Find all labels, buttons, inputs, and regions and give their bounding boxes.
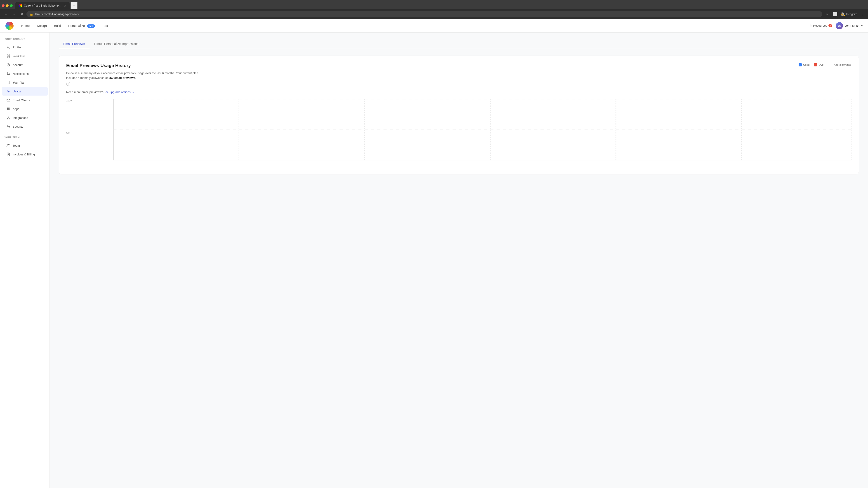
tab-favicon bbox=[19, 4, 22, 7]
new-tab-btn[interactable]: + bbox=[70, 2, 78, 9]
nav-test[interactable]: Test bbox=[99, 22, 111, 29]
sidebar-item-usage[interactable]: Usage bbox=[2, 87, 48, 96]
sidebar-team-label: YOUR TEAM bbox=[0, 136, 50, 141]
sidebar-label-email-clients: Email Clients bbox=[13, 98, 30, 102]
resources-badge: 1 bbox=[829, 24, 832, 27]
billing-icon bbox=[6, 152, 10, 156]
sidebar-account-label: YOUR ACCOUNT bbox=[0, 38, 50, 43]
svg-rect-1 bbox=[7, 55, 8, 56]
legend-used: Used bbox=[799, 63, 809, 66]
lock-icon: 🔒 bbox=[30, 12, 33, 16]
app-nav: Home Design Build Personalize New Test bbox=[18, 22, 810, 29]
sidebar-label-notifications: Notifications bbox=[13, 72, 29, 75]
svg-point-12 bbox=[9, 109, 10, 109]
reload-btn[interactable]: ✕ bbox=[19, 11, 25, 17]
info-icon: ℹ bbox=[810, 24, 812, 28]
sidebar-label-billing: Invoices & Billing bbox=[13, 153, 35, 156]
chart-legend: Used Over ··· Your allowance bbox=[799, 63, 851, 67]
tab-litmus-personalize[interactable]: Litmus Personalize impressions bbox=[90, 40, 143, 48]
nav-personalize[interactable]: Personalize New bbox=[65, 22, 98, 29]
personalize-new-badge: New bbox=[87, 24, 95, 28]
close-tab-btn[interactable]: ✕ bbox=[64, 4, 66, 7]
upgrade-link[interactable]: See upgrade options → bbox=[103, 90, 134, 94]
browser-menu-btn[interactable]: ⋮ bbox=[859, 11, 865, 17]
forward-btn[interactable]: → bbox=[11, 11, 17, 17]
legend-over: Over bbox=[814, 63, 825, 66]
svg-rect-3 bbox=[7, 56, 8, 57]
user-area[interactable]: JS John Smith ▾ bbox=[836, 22, 863, 29]
content-tabs: Email Previews Litmus Personalize impres… bbox=[59, 40, 859, 48]
chart-area: 1000 500 bbox=[66, 99, 851, 167]
svg-point-13 bbox=[7, 109, 8, 110]
svg-rect-6 bbox=[7, 81, 10, 84]
sidebar-label-your-plan: Your Plan bbox=[13, 81, 25, 84]
tab-bar: Current Plan: Basic Subscripti... ✕ + bbox=[0, 0, 868, 9]
close-window-btn[interactable] bbox=[2, 4, 4, 7]
usage-chart bbox=[66, 99, 851, 167]
sidebar-item-your-plan[interactable]: Your Plan bbox=[2, 78, 48, 87]
active-tab[interactable]: Current Plan: Basic Subscripti... ✕ bbox=[16, 2, 70, 9]
help-icon[interactable]: ? bbox=[66, 82, 70, 86]
sidebar-item-account[interactable]: Account bbox=[2, 61, 48, 69]
nav-home[interactable]: Home bbox=[18, 22, 33, 29]
app-logo bbox=[5, 22, 13, 30]
address-bar-url: litmus.com/billing/usage/previews bbox=[35, 12, 819, 16]
svg-point-7 bbox=[7, 108, 8, 108]
upgrade-prompt: Need more email previews? See upgrade op… bbox=[66, 90, 851, 94]
window-controls bbox=[2, 4, 13, 7]
nav-build[interactable]: Build bbox=[51, 22, 64, 29]
chart-y-label-500: 500 bbox=[66, 132, 70, 134]
legend-over-label: Over bbox=[818, 63, 825, 66]
extensions-btn[interactable]: ⬜ bbox=[832, 11, 839, 17]
svg-point-11 bbox=[8, 109, 9, 109]
legend-dot-over bbox=[814, 63, 817, 66]
usage-icon bbox=[6, 89, 10, 93]
page-layout: YOUR ACCOUNT Profile Workflow bbox=[0, 33, 868, 488]
notifications-icon bbox=[6, 72, 10, 76]
main-content: Email Previews Litmus Personalize impres… bbox=[50, 33, 868, 488]
sidebar-label-profile: Profile bbox=[13, 46, 21, 49]
sidebar-item-email-clients[interactable]: Email Clients bbox=[2, 96, 48, 104]
card-allowance-bold: 250 email previews bbox=[108, 76, 135, 79]
sidebar-label-team: Team bbox=[13, 144, 20, 147]
sidebar-item-integrations[interactable]: Integrations bbox=[2, 113, 48, 122]
sidebar-your-account: YOUR ACCOUNT Profile Workflow bbox=[0, 38, 50, 131]
sidebar: YOUR ACCOUNT Profile Workflow bbox=[0, 33, 50, 488]
nav-design[interactable]: Design bbox=[34, 22, 50, 29]
sidebar-item-workflow[interactable]: Workflow bbox=[2, 52, 48, 60]
email-clients-icon bbox=[6, 98, 10, 102]
resources-btn[interactable]: ℹ Resources 1 bbox=[810, 24, 832, 28]
sidebar-label-integrations: Integrations bbox=[13, 116, 28, 120]
sidebar-item-security[interactable]: Security bbox=[2, 122, 48, 131]
sidebar-label-workflow: Workflow bbox=[13, 55, 25, 58]
svg-line-21 bbox=[7, 118, 8, 118]
bookmark-btn[interactable]: ☆ bbox=[824, 11, 830, 17]
sidebar-item-billing[interactable]: Invoices & Billing bbox=[2, 150, 48, 159]
card-description: Below is a summary of your account's ema… bbox=[66, 71, 202, 80]
profile-icon bbox=[6, 45, 10, 49]
legend-allowance: ··· Your allowance bbox=[829, 63, 851, 67]
tab-email-previews[interactable]: Email Previews bbox=[59, 40, 90, 48]
app-header: Home Design Build Personalize New Test ℹ… bbox=[0, 19, 868, 33]
sidebar-label-usage: Usage bbox=[13, 90, 21, 93]
sidebar-item-profile[interactable]: Profile bbox=[2, 43, 48, 52]
address-bar[interactable]: 🔒 litmus.com/billing/usage/previews bbox=[26, 11, 822, 17]
svg-rect-2 bbox=[8, 55, 10, 56]
svg-point-15 bbox=[9, 109, 10, 110]
legend-allowance-label: Your allowance bbox=[833, 63, 851, 66]
chevron-down-icon: ▾ bbox=[861, 24, 863, 27]
tab-title: Current Plan: Basic Subscripti... bbox=[24, 4, 62, 7]
sidebar-item-apps[interactable]: Apps bbox=[2, 105, 48, 113]
incognito-label: Incognito bbox=[846, 13, 857, 16]
minimize-window-btn[interactable] bbox=[6, 4, 8, 7]
card-desc-suffix: . bbox=[135, 76, 136, 79]
sidebar-item-team[interactable]: Team bbox=[2, 141, 48, 150]
card-header: Email Previews Usage History Below is a … bbox=[66, 63, 851, 86]
back-btn[interactable]: ← bbox=[3, 11, 9, 17]
maximize-window-btn[interactable] bbox=[10, 4, 13, 7]
sidebar-item-notifications[interactable]: Notifications bbox=[2, 69, 48, 78]
svg-line-20 bbox=[8, 118, 9, 118]
usage-card: Email Previews Usage History Below is a … bbox=[59, 56, 859, 174]
browser-chrome: Current Plan: Basic Subscripti... ✕ + ← … bbox=[0, 0, 868, 19]
sidebar-label-apps: Apps bbox=[13, 107, 20, 111]
